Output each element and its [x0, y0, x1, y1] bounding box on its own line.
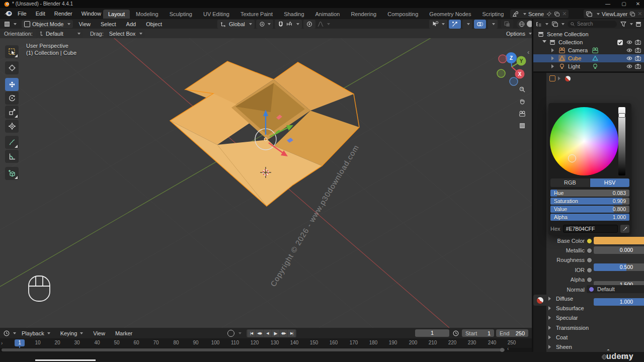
menu-viewport-object[interactable]: Object	[141, 19, 167, 29]
render-visibility-icon[interactable]	[634, 47, 641, 54]
menu-window[interactable]: Window	[77, 8, 106, 19]
pivot-point-dropdown[interactable]	[256, 20, 273, 29]
expand-icon[interactable]	[542, 40, 546, 45]
scrollbar-collapse-icon[interactable]: ‹	[507, 346, 509, 351]
scrollbar-handle-dot[interactable]	[500, 348, 504, 352]
proportional-falloff-dropdown[interactable]	[317, 21, 330, 28]
play-reverse-button[interactable]: ◀	[264, 330, 271, 337]
current-frame-field[interactable]: 1	[415, 329, 449, 337]
render-visibility-icon[interactable]	[634, 39, 641, 46]
section-coat[interactable]: Coat	[548, 333, 630, 341]
prev-keyframe-button[interactable]: ◀◆	[256, 330, 263, 337]
eyedropper-button[interactable]	[620, 225, 629, 233]
tool-select-box[interactable]	[5, 45, 19, 58]
maximize-button[interactable]: ▢	[618, 1, 630, 7]
tool-rotate[interactable]	[5, 92, 19, 105]
scene-selector[interactable]: Scene ✕	[510, 10, 569, 18]
expand-icon[interactable]	[551, 56, 556, 60]
new-collection-icon[interactable]	[635, 21, 642, 28]
tool-annotate[interactable]	[5, 136, 19, 149]
timeline-scrollbar[interactable]: ‹	[0, 348, 532, 352]
gizmos-dropdown[interactable]	[462, 20, 472, 29]
breadcrumb-object-icon[interactable]	[549, 75, 555, 81]
pin-icon[interactable]	[546, 11, 552, 18]
base-color-socket[interactable]	[587, 238, 592, 244]
breadcrumb-material-icon[interactable]	[564, 74, 572, 82]
new-viewlayer-icon[interactable]	[629, 11, 635, 18]
saturation-slider[interactable]: Saturation0.909	[550, 198, 629, 205]
menu-render[interactable]: Render	[50, 8, 77, 19]
drag-setting-dropdown[interactable]: Select Box	[107, 30, 145, 37]
editor-type-icon[interactable]	[4, 21, 11, 28]
outliner-properties-divider[interactable]	[533, 71, 644, 73]
value-slider[interactable]: Value0.800	[550, 206, 629, 213]
tab-sculpting[interactable]: Sculpting	[165, 10, 197, 19]
overlays-dropdown[interactable]	[488, 20, 498, 29]
sidebar-collapse-icon[interactable]: ‹	[527, 48, 529, 56]
outliner-row-collection[interactable]: Collection	[533, 38, 644, 46]
close-button[interactable]: ✕	[633, 1, 643, 7]
tab-material-active[interactable]	[533, 295, 546, 306]
outliner-editor-icon[interactable]	[535, 21, 542, 28]
color-wheel[interactable]	[550, 107, 618, 175]
tab-geometry-nodes[interactable]: Geometry Nodes	[424, 10, 476, 19]
render-visibility-icon[interactable]	[634, 63, 641, 70]
section-subsurface[interactable]: Subsurface	[548, 304, 630, 312]
navigation-gizmo[interactable]: Z Y X	[493, 50, 531, 88]
menu-viewport-add[interactable]: Add	[122, 19, 141, 29]
menu-playback[interactable]: Playback	[17, 328, 55, 338]
filter-icon[interactable]	[620, 21, 627, 28]
tool-scale[interactable]	[5, 106, 19, 119]
perspective-toggle-icon[interactable]	[519, 122, 526, 130]
roughness-socket[interactable]	[587, 257, 592, 263]
menu-file[interactable]: File	[13, 8, 31, 19]
metallic-socket[interactable]	[587, 248, 592, 253]
value-slider-handle[interactable]	[618, 113, 625, 118]
tool-move[interactable]	[5, 78, 19, 91]
tab-layout[interactable]: Layout	[103, 10, 130, 19]
tool-add-cube[interactable]	[5, 167, 19, 180]
tool-measure[interactable]	[5, 150, 19, 163]
normal-field[interactable]: Default	[587, 285, 644, 293]
scrollbar-thumb[interactable]	[2, 348, 505, 351]
color-wheel-cursor[interactable]	[568, 154, 576, 162]
transform-orientation-dropdown[interactable]: Global	[217, 20, 255, 29]
minimize-button[interactable]: —	[602, 1, 614, 7]
section-diffuse[interactable]: Diffuse	[548, 294, 630, 303]
ruler-expand-icon[interactable]: ›	[1, 340, 3, 346]
outliner-row-camera[interactable]: Camera	[533, 46, 644, 54]
mode-selector[interactable]: Object Mode	[22, 20, 73, 28]
section-specular[interactable]: Specular	[548, 313, 630, 322]
render-visibility-icon[interactable]	[634, 55, 641, 62]
hex-input[interactable]	[563, 225, 618, 233]
auto-keying-toggle[interactable]	[227, 330, 234, 337]
ior-socket[interactable]	[587, 267, 592, 273]
menu-edit[interactable]: Edit	[31, 8, 50, 19]
menu-keying[interactable]: Keying	[56, 328, 88, 338]
menu-viewport-select[interactable]: Select	[96, 19, 121, 29]
snapping-group[interactable]	[275, 20, 302, 29]
menu-marker[interactable]: Marker	[111, 328, 137, 338]
tab-animation[interactable]: Animation	[310, 10, 345, 19]
play-button[interactable]: ▶	[272, 330, 279, 337]
pan-hand-icon[interactable]	[519, 98, 526, 106]
stopwatch-icon[interactable]	[452, 330, 459, 337]
overlays-toggle[interactable]	[474, 20, 486, 29]
blender-logo-icon[interactable]	[4, 10, 12, 17]
camera-view-icon[interactable]	[519, 110, 526, 118]
outliner-search[interactable]	[568, 21, 617, 28]
eye-icon[interactable]	[626, 55, 633, 62]
menu-timeline-view[interactable]: View	[89, 328, 110, 338]
gizmos-toggle[interactable]	[449, 20, 461, 29]
jump-to-end-button[interactable]: ▶|	[288, 330, 295, 337]
rgb-tab[interactable]: RGB	[550, 178, 590, 187]
start-frame-field[interactable]: Start 1	[462, 329, 494, 337]
hsv-tab[interactable]: HSV	[590, 178, 629, 187]
value-slider-vertical[interactable]	[618, 107, 625, 175]
section-sheen[interactable]: Sheen	[548, 342, 630, 351]
expand-icon[interactable]	[551, 48, 556, 52]
object-type-visibility-dropdown[interactable]	[429, 20, 447, 29]
alpha-slider[interactable]: Alpha1.000	[550, 214, 629, 221]
zoom-tool-icon[interactable]: +	[519, 86, 526, 94]
roughness-slider[interactable]: 0.500	[594, 263, 644, 271]
